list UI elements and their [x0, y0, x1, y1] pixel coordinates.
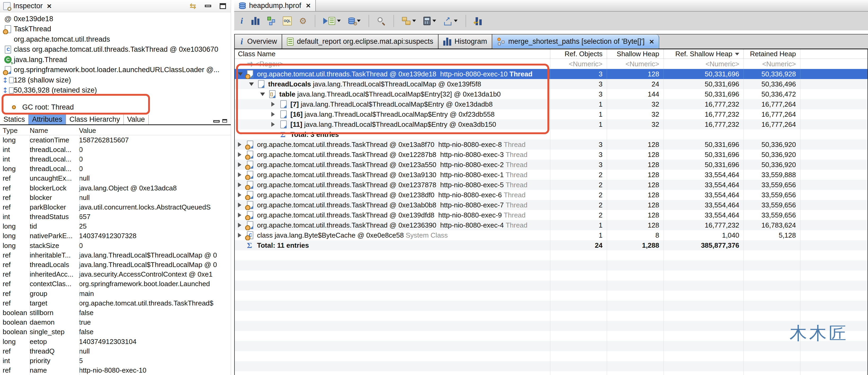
expand-arrow[interactable]: [238, 213, 241, 218]
close-result-tab-button[interactable]: ×: [649, 38, 654, 46]
column-header-ref-objects[interactable]: Ref. Objects: [550, 49, 607, 59]
expand-arrow[interactable]: [271, 112, 275, 117]
expand-arrow[interactable]: [238, 182, 241, 187]
histogram-button[interactable]: [250, 16, 261, 26]
attribute-row[interactable]: booleandaemontrue: [0, 318, 231, 327]
column-header-shallow-heap[interactable]: Shallow Heap: [607, 49, 663, 59]
info-button[interactable]: i: [238, 15, 246, 27]
dominator-tree-button[interactable]: [265, 16, 277, 26]
attribute-row[interactable]: booleansingle_stepfalse: [0, 327, 231, 337]
minimize-view-button[interactable]: [213, 116, 220, 124]
column-header-retained-heap[interactable]: Retained Heap: [743, 49, 800, 59]
attribute-row[interactable]: booleanstillbornfalse: [0, 308, 231, 317]
group-button[interactable]: [400, 16, 417, 26]
collapse-arrow[interactable]: [238, 73, 243, 76]
expand-arrow[interactable]: [238, 203, 241, 207]
export-button[interactable]: ↗: [442, 16, 459, 27]
attribute-row[interactable]: refgroupmain: [0, 289, 231, 298]
tree-row[interactable]: ΣTotal: 3 entries: [235, 129, 867, 140]
tree-row[interactable]: threadLocals java.lang.ThreadLocal$Threa…: [235, 79, 867, 89]
collapse-arrow[interactable]: [249, 83, 254, 86]
attribute-row[interactable]: longtid25: [0, 222, 231, 231]
tree-row[interactable]: org.apache.tomcat.util.threads.TaskThrea…: [235, 210, 867, 220]
tree-row[interactable]: [11] java.lang.ThreadLocal$ThreadLocalMa…: [235, 119, 867, 129]
tree-row[interactable]: org.apache.tomcat.util.threads.TaskThrea…: [235, 220, 867, 230]
attribute-row[interactable]: intthreadStatus657: [0, 212, 231, 222]
tab-merge-shortest-paths[interactable]: merge_shortest_paths [selection of 'Byte…: [492, 34, 659, 49]
expand-arrow[interactable]: [238, 233, 241, 238]
expand-arrow[interactable]: [238, 152, 241, 157]
numeric-filter-input[interactable]: <Numeric>: [607, 59, 663, 69]
attribute-row[interactable]: refuncaughtEx...null: [0, 174, 231, 183]
attribute-row[interactable]: refinheritableT...java.lang.ThreadLocal$…: [0, 250, 231, 260]
tree-row[interactable]: org.apache.tomcat.util.threads.TaskThrea…: [235, 200, 867, 210]
close-inspector-button[interactable]: ×: [47, 2, 52, 10]
expand-arrow[interactable]: [238, 162, 241, 167]
expand-arrow[interactable]: [238, 193, 241, 197]
column-header-type[interactable]: Type: [0, 126, 30, 135]
tab-histogram[interactable]: Histogram: [438, 34, 492, 49]
tab-value[interactable]: Value: [124, 115, 149, 124]
tree-row[interactable]: Cclass java.lang.Byte$ByteCache @ 0xe0e8…: [235, 230, 867, 240]
class-filter-input[interactable]: ⇉<Regex>: [235, 59, 550, 69]
attribute-row[interactable]: refblockerLockjava.lang.Object @ 0xe13ad…: [0, 183, 231, 193]
minimize-button[interactable]: [203, 4, 213, 8]
expand-arrow[interactable]: [271, 102, 275, 107]
search-button[interactable]: [375, 16, 387, 26]
tab-overview[interactable]: iOverview: [235, 34, 282, 49]
attribute-row[interactable]: longnativeParkE...140374912307328: [0, 231, 231, 241]
attribute-row[interactable]: longthreadLocal...0: [0, 164, 231, 174]
tab-heapdump-hprof[interactable]: heapdump.hprof ×: [234, 0, 316, 11]
column-header-value[interactable]: Value: [79, 126, 231, 135]
tree-row[interactable]: []table java.lang.ThreadLocal$ThreadLoca…: [235, 89, 867, 99]
close-editor-tab-button[interactable]: ×: [306, 2, 311, 9]
expand-arrow[interactable]: [238, 172, 241, 177]
attribute-row[interactable]: refthreadLocalsjava.lang.ThreadLocal$Thr…: [0, 260, 231, 269]
restore-view-button[interactable]: [222, 116, 227, 124]
tree-row[interactable]: org.apache.tomcat.util.threads.TaskThrea…: [235, 190, 867, 200]
attribute-row[interactable]: reftargetorg.apache.tomcat.util.threads.…: [0, 298, 231, 308]
column-header-class-name[interactable]: Class Name: [235, 49, 550, 59]
attribute-row[interactable]: intthreadLocal...0: [0, 145, 231, 154]
attribute-row[interactable]: intpriority5: [0, 356, 231, 366]
tab-statics[interactable]: Statics: [0, 115, 29, 124]
tree-row[interactable]: org.apache.tomcat.util.threads.TaskThrea…: [235, 180, 867, 190]
column-header-name[interactable]: Name: [30, 126, 79, 135]
attribute-row[interactable]: longeetop140374912303104: [0, 337, 231, 346]
dropdown-arrow-icon[interactable]: [337, 20, 341, 22]
tree-row[interactable]: [7] java.lang.ThreadLocal$ThreadLocalMap…: [235, 99, 867, 109]
tree-row[interactable]: org.apache.tomcat.util.threads.TaskThrea…: [235, 150, 867, 160]
dropdown-arrow-icon[interactable]: [412, 20, 416, 22]
tree-row[interactable]: org.apache.tomcat.util.threads.TaskThrea…: [235, 69, 867, 79]
query-browser-button[interactable]: [322, 16, 342, 26]
tab-default-report[interactable]: default_report org.eclipse.mat.api:suspe…: [282, 34, 438, 49]
attribute-row[interactable]: intthreadLocal...0: [0, 154, 231, 164]
tree-row[interactable]: ΣTotal: 11 entries241,288385,877,376: [235, 240, 867, 250]
attribute-row[interactable]: refthreadQnull: [0, 346, 231, 356]
attribute-row[interactable]: refinheritedAcc...java.security.AccessCo…: [0, 270, 231, 279]
attribute-row[interactable]: refnamehttp-nio-8080-exec-10: [0, 366, 231, 375]
attribute-row[interactable]: refblockernull: [0, 193, 231, 202]
dropdown-arrow-icon[interactable]: [454, 20, 458, 22]
calculator-button[interactable]: [422, 16, 438, 26]
maximize-button[interactable]: [218, 2, 227, 10]
expert-system-button[interactable]: ⚙: [298, 16, 308, 26]
tree-row[interactable]: org.apache.tomcat.util.threads.TaskThrea…: [235, 160, 867, 170]
tree-row[interactable]: org.apache.tomcat.util.threads.TaskThrea…: [235, 140, 867, 150]
expand-arrow[interactable]: [238, 142, 241, 147]
tree-row[interactable]: [16] java.lang.ThreadLocal$ThreadLocalMa…: [235, 109, 867, 119]
attribute-row[interactable]: longstackSize0: [0, 241, 231, 250]
tab-attributes[interactable]: Attributes: [29, 115, 66, 124]
dropdown-arrow-icon[interactable]: [432, 20, 436, 22]
heapdump-details-button[interactable]: ⚙: [347, 17, 362, 25]
attribute-row[interactable]: refparkBlockerjava.util.concurrent.locks…: [0, 202, 231, 212]
oql-button[interactable]: OQL: [281, 16, 293, 27]
expand-arrow[interactable]: [271, 122, 275, 127]
numeric-filter-input[interactable]: <Numeric>: [550, 59, 607, 69]
compare-button[interactable]: ↩: [472, 16, 483, 26]
attribute-row[interactable]: refcontextClas...org.springframework.boo…: [0, 279, 231, 289]
sync-button[interactable]: ⇆: [188, 0, 198, 12]
column-header-ref-shallow-heap[interactable]: Ref. Shallow Heap: [663, 49, 743, 59]
tab-class-hierarchy[interactable]: Class Hierarchy: [66, 115, 124, 124]
numeric-filter-input[interactable]: <Numeric>: [663, 59, 743, 69]
